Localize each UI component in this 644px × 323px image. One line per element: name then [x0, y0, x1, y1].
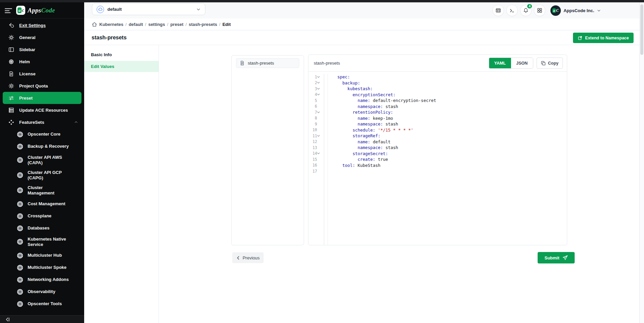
scrollbar-thumb[interactable]: [640, 4, 643, 55]
app-root: a c AppsCode Exit SettingsGeneralSidebar…: [0, 0, 644, 323]
code-token: [337, 116, 358, 121]
tab-edit-values[interactable]: Edit Values: [84, 61, 159, 72]
featureset-item-opscenter-tools[interactable]: Opscenter Tools: [0, 298, 84, 310]
code-token: [337, 104, 358, 109]
featureset-item-crossplane[interactable]: Crossplane: [0, 210, 84, 222]
logo-letter-a: a: [18, 7, 22, 13]
breadcrumb-item-preset[interactable]: preset: [170, 22, 183, 27]
apps-grid-button[interactable]: [534, 5, 545, 16]
sidebar-item-general[interactable]: General: [3, 31, 81, 43]
code-line[interactable]: create: true: [337, 156, 567, 163]
code-line[interactable]: storageRef:: [337, 133, 567, 139]
code-line[interactable]: [337, 168, 567, 174]
breadcrumb-item-kubernetes[interactable]: Kubernetes: [99, 22, 124, 27]
featureset-item-label: Cluster API GCP (CAPG): [28, 170, 62, 180]
fold-toggle-icon[interactable]: [317, 111, 323, 113]
code-token: [337, 80, 342, 85]
featureset-item-cost-management[interactable]: Cost Management: [0, 198, 84, 210]
line-number: 12: [308, 139, 317, 144]
gutter-row: 11: [308, 133, 324, 139]
code-line[interactable]: schedule: '*/15 * * * *': [337, 127, 567, 133]
breadcrumb-item-stash-presets[interactable]: stash-presets: [189, 22, 217, 27]
fold-toggle-icon[interactable]: [317, 88, 323, 90]
page-scrollbar[interactable]: [639, 2, 644, 323]
yaml-toggle-button[interactable]: YAML: [489, 58, 511, 68]
featureset-item-label: Backup & Recovery: [28, 144, 69, 149]
sidebar-item-project-quota[interactable]: Project Quota: [3, 80, 81, 92]
fold-toggle-icon[interactable]: [317, 94, 323, 96]
notifications-button[interactable]: 4: [520, 5, 532, 16]
menu-icon[interactable]: [5, 8, 12, 13]
featureset-item-multicluster-hub[interactable]: Multicluster Hub: [0, 249, 84, 261]
code-token: [337, 128, 352, 133]
code-token: tool:: [342, 163, 355, 168]
sidebar-item-license[interactable]: License: [3, 68, 81, 80]
code-line[interactable]: encryptionSecret:: [337, 92, 567, 98]
featureset-item-cluster-api-aws-capa[interactable]: Cluster API AWS (CAPA): [0, 152, 84, 168]
code-line[interactable]: namespace: stash: [337, 121, 567, 127]
code-token: namespace:: [358, 121, 383, 127]
fold-toggle-icon[interactable]: [317, 76, 323, 78]
code-token: [337, 98, 358, 103]
cloud-icon: [97, 6, 104, 13]
copy-button[interactable]: Copy: [537, 58, 563, 69]
breadcrumb-item-settings[interactable]: settings: [148, 22, 165, 27]
sidebar-item-preset[interactable]: Preset: [3, 92, 81, 104]
code-line[interactable]: name: default: [337, 139, 567, 145]
account-menu[interactable]: aC AppsCode Inc.: [550, 5, 601, 16]
code-line[interactable]: storageSecret:: [337, 151, 567, 157]
code-line[interactable]: tool: KubeStash: [337, 163, 567, 169]
sidebar-item-helm[interactable]: Helm: [3, 56, 81, 68]
featureset-item-databases[interactable]: Databases: [0, 222, 84, 234]
terminal-button[interactable]: [506, 5, 518, 16]
code-line[interactable]: namespace: stash: [337, 104, 567, 110]
extend-to-namespace-button[interactable]: Extend to Namespace: [573, 33, 634, 43]
code-line[interactable]: name: keep-1mo: [337, 115, 567, 121]
featureset-item-kubernetes-native-service[interactable]: Kubernetes Native Service: [0, 234, 84, 249]
file-item-stash-presets[interactable]: stash-presets: [236, 58, 299, 68]
sidebar-item-update-ace-resources[interactable]: Update ACE Resources: [3, 104, 81, 116]
news-button[interactable]: [493, 5, 504, 16]
code-line[interactable]: retentionPolicy:: [337, 109, 567, 115]
tab-basic-info[interactable]: Basic Info: [84, 49, 159, 60]
featureset-item-backup-recovery[interactable]: Backup & Recovery: [0, 140, 84, 152]
appscode-logo-icon: a c: [16, 6, 25, 15]
featureset-item-observability[interactable]: Observability: [0, 286, 84, 298]
featureset-item-opscenter-core[interactable]: Opscenter Core: [0, 128, 84, 140]
sidebar-item-featuresets[interactable]: FeatureSets: [3, 116, 81, 128]
line-number: 4: [308, 92, 317, 97]
fold-toggle-icon[interactable]: [317, 152, 323, 154]
featureset-item-cluster-api-gcp-capg[interactable]: Cluster API GCP (CAPG): [0, 168, 84, 183]
code-line[interactable]: kubestash:: [337, 86, 567, 92]
code-token: [337, 133, 352, 138]
code-token: [337, 157, 358, 162]
previous-button[interactable]: Previous: [232, 252, 264, 263]
code-token: name:: [358, 139, 370, 144]
code-line[interactable]: spec:: [337, 74, 567, 80]
code-token: schedule:: [352, 128, 375, 133]
featureset-item-networking-addons[interactable]: Networking Addons: [0, 274, 84, 286]
sidebar-item-sidebar[interactable]: Sidebar: [3, 43, 81, 56]
sidebar-collapse-icon[interactable]: [5, 317, 10, 322]
editor-toolbar: YAML JSON Copy: [489, 58, 563, 69]
cluster-selector[interactable]: default: [92, 3, 205, 15]
kubernetes-wheel-icon: [17, 252, 23, 259]
fold-toggle-icon[interactable]: [317, 135, 323, 137]
sidebar-item-exit-settings[interactable]: Exit Settings: [3, 19, 81, 31]
code-line[interactable]: name: default-encryption-secret: [337, 98, 567, 104]
editor-code-area[interactable]: spec: backup: kubestash: encryptionSecre…: [328, 74, 567, 245]
featureset-item-cluster-management[interactable]: Cluster Management: [0, 183, 84, 198]
featureset-item-multicluster-spoke[interactable]: Multicluster Spoke: [0, 261, 84, 274]
code-line[interactable]: backup:: [337, 80, 567, 86]
code-line[interactable]: namespace: stash: [337, 145, 567, 151]
kubernetes-wheel-icon: [17, 143, 23, 150]
appscode-logo[interactable]: a c AppsCode: [16, 6, 55, 15]
json-toggle-button[interactable]: JSON: [511, 58, 533, 68]
fold-toggle-icon[interactable]: [317, 82, 323, 84]
breadcrumb-item-default[interactable]: default: [129, 22, 143, 27]
gutter-row: 15: [308, 156, 324, 163]
kubernetes-wheel-icon: [17, 289, 23, 295]
code-token: [337, 92, 352, 97]
yaml-editor[interactable]: 1234567891011121314151617 spec: backup: …: [308, 72, 567, 245]
submit-button[interactable]: Submit: [538, 252, 575, 263]
